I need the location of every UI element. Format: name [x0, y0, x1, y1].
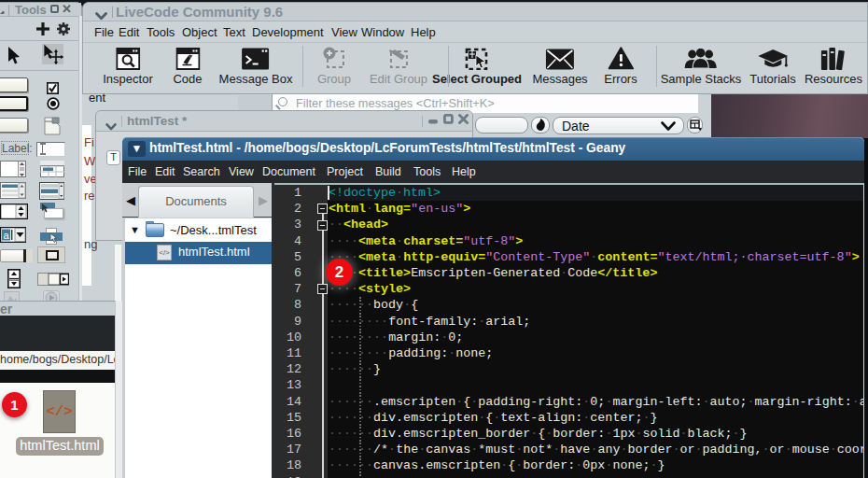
- svg-text:a: a: [4, 230, 10, 241]
